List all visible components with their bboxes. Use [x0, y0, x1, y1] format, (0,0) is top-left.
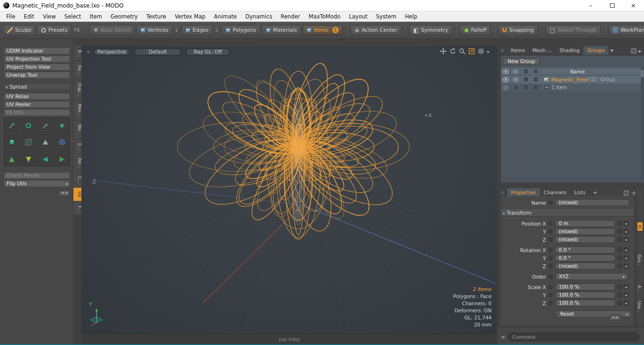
3d-viewport[interactable]: PerspectiveDefaultRay GL: Off ▸ -Z +X 2 … [81, 46, 497, 333]
menu-item-item[interactable]: Item [85, 11, 106, 22]
tab-groups[interactable]: Groups [583, 46, 608, 55]
left-tab-c[interactable]: C... [73, 172, 82, 188]
envelope-mini-icon[interactable]: ◂▸ [624, 237, 629, 242]
maximize-viewport-icon[interactable] [468, 48, 475, 54]
falloff-button[interactable]: ●Falloff [460, 25, 491, 36]
panel-chevron-icon[interactable]: ▸ [639, 48, 641, 54]
channel-toggle[interactable] [548, 221, 553, 226]
channel-mini-icon[interactable] [617, 300, 622, 306]
channel-mini-icon[interactable] [617, 229, 622, 234]
pan-icon[interactable] [440, 48, 447, 54]
left-tab-uv[interactable]: UV [73, 188, 82, 202]
menu-item-animate[interactable]: Animate [210, 11, 241, 22]
order-dropdown[interactable]: XYZ▾ [555, 273, 628, 280]
envelope-mini-icon[interactable]: ◂▸ [624, 229, 629, 234]
uv-tool-icon-3[interactable] [37, 118, 54, 133]
move-left-icon[interactable]: ◀ [37, 151, 54, 166]
sculpt-button[interactable]: Sculpt [3, 25, 36, 36]
channel-toggle[interactable] [548, 256, 553, 260]
tool-button-project-from-view[interactable]: Project from View [4, 64, 70, 71]
panel-menu-icon[interactable] [500, 48, 505, 53]
channel-toggle[interactable] [548, 274, 553, 279]
expand-plus-icon[interactable]: + [545, 85, 549, 90]
tab-mesh[interactable]: Mesh ... [528, 46, 555, 55]
value-field[interactable]: 0.0 ° [555, 254, 616, 262]
tab-shading[interactable]: Shading [555, 46, 583, 55]
uv-tool-icon-6[interactable] [21, 134, 37, 150]
uv-tool-icon-5[interactable] [4, 134, 20, 150]
tab-items[interactable]: Items [507, 46, 528, 55]
menu-item-select[interactable]: Select [60, 11, 85, 22]
channel-mini-icon[interactable] [617, 247, 622, 253]
channel-toggle[interactable] [548, 248, 553, 252]
child-toggle-2[interactable] [531, 83, 541, 91]
value-field[interactable]: 100.0 % [555, 291, 616, 299]
tool-button-fit-uvs[interactable]: Fit UVs [4, 109, 70, 116]
panel-maximize-icon[interactable] [624, 191, 629, 196]
items-button[interactable]: Items5 [303, 25, 343, 36]
menu-item-view[interactable]: View [39, 11, 60, 22]
channel-toggle[interactable] [548, 264, 553, 268]
viewport-control-default[interactable]: Default [134, 48, 181, 55]
channel-mini-icon[interactable] [617, 221, 622, 226]
value-field[interactable]: (mixed) [555, 263, 616, 270]
right-tab-use[interactable]: Use... [637, 301, 642, 313]
name-channel-toggle[interactable] [548, 200, 553, 205]
envelope-mini-icon[interactable]: ◂▸ [624, 292, 629, 298]
left-tab-f[interactable]: F... [73, 201, 82, 216]
viewport-settings-gear-icon[interactable] [478, 48, 484, 54]
move-right-icon[interactable]: ▶ [54, 151, 71, 166]
edges-button[interactable]: Edges [181, 25, 213, 36]
spread-section-header[interactable]: ▾Spread [4, 83, 70, 90]
name-field[interactable]: (mixed) [555, 199, 630, 206]
presets-button[interactable]: Presets [37, 25, 72, 36]
vertices-button[interactable]: Vertices [136, 25, 173, 36]
new-group-button[interactable]: New Group [503, 58, 540, 65]
workplane-button[interactable]: WorkPlane [608, 25, 644, 36]
maximize-button[interactable] [601, 0, 623, 11]
menu-item-texture[interactable]: Texture [142, 11, 170, 22]
properties-more-button[interactable]: >> [609, 315, 621, 321]
right-tab-a[interactable]: A... [637, 285, 642, 292]
left-tab-pol[interactable]: Pol... [73, 154, 82, 172]
item-name[interactable]: Magnetic_Field [551, 77, 588, 82]
item-toggle-1[interactable] [521, 75, 531, 83]
group-children-row[interactable]: + 1 Item [501, 83, 641, 91]
move-up-icon[interactable]: ▲ [4, 151, 20, 166]
menu-item-maxtomodo[interactable]: MaxToModo [304, 11, 345, 22]
left-tab-de[interactable]: De... [73, 61, 82, 79]
right-tab-gro[interactable]: Gro... [637, 254, 642, 266]
channel-mini-icon[interactable] [617, 237, 622, 242]
envelope-mini-icon[interactable]: ◂▸ [624, 221, 629, 226]
value-field[interactable]: 0 m [555, 220, 616, 227]
channel-toggle[interactable] [548, 229, 553, 234]
uv-tool-icon-2[interactable] [21, 118, 37, 133]
menu-item-edit[interactable]: Edit [19, 11, 38, 22]
menu-item-system[interactable]: System [372, 11, 401, 22]
orient-pieces-button[interactable]: Orient Pieces [4, 172, 70, 179]
uv-tool-icon-4[interactable] [54, 118, 71, 133]
menu-item-layout[interactable]: Layout [345, 11, 372, 22]
form-menu-icon[interactable] [637, 222, 643, 231]
value-field[interactable]: (mixed) [555, 236, 616, 243]
panel-menu-icon[interactable] [500, 190, 505, 195]
envelope-mini-icon[interactable]: ◂▸ [624, 300, 629, 306]
channel-toggle[interactable] [548, 301, 553, 305]
filter-column-icon[interactable] [531, 68, 541, 75]
viewport-expand-chevron-icon[interactable]: ▸ [487, 49, 490, 54]
panel-maximize-icon[interactable] [631, 48, 636, 54]
menu-item-vertex-map[interactable]: Vertex Map [170, 11, 210, 22]
tool-button-udim-indicator[interactable]: UDIM Indicator [4, 47, 70, 54]
menu-item-file[interactable]: File [2, 11, 19, 22]
materials-button[interactable]: Materials [262, 25, 301, 36]
uv-tool-icon-1[interactable] [4, 118, 20, 133]
envelope-mini-icon[interactable]: ◂▸ [624, 284, 629, 290]
channel-toggle[interactable] [548, 293, 553, 297]
channel-mini-icon[interactable] [617, 284, 622, 290]
move-down-icon[interactable]: ▼ [21, 151, 37, 166]
channel-toggle[interactable] [548, 285, 553, 289]
menu-item-geometry[interactable]: Geometry [107, 11, 142, 22]
tool-button-uv-peeler[interactable]: UV Peeler [4, 101, 70, 108]
snapping-button[interactable]: Snapping [498, 25, 538, 36]
uv-tool-icon-8[interactable] [54, 134, 71, 150]
